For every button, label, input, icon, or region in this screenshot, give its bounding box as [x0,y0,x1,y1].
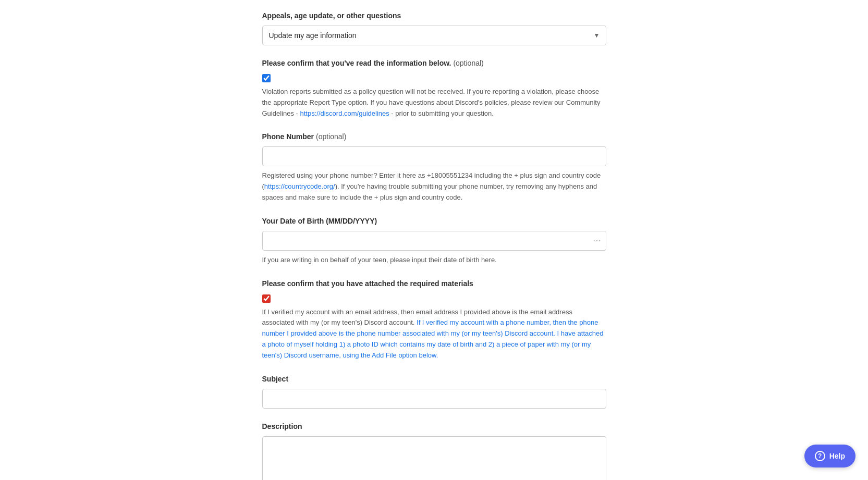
subject-section: Subject [262,374,606,409]
help-button[interactable]: ? Help [804,445,855,467]
help-icon: ? [815,451,825,461]
appeals-dropdown[interactable]: Update my age informationAppeal a banOth… [262,26,606,45]
phone-label: Phone Number (optional) [262,131,606,142]
confirm-read-section: Please confirm that you've read the info… [262,58,606,119]
confirm-read-checkbox-row [262,73,606,82]
confirm-read-checkbox[interactable] [262,74,271,82]
countrycode-link[interactable]: https://countrycode.org/ [264,182,335,190]
confirm-materials-info: If I verified my account with an email a… [262,307,606,361]
dob-input-wrapper: ⋯ [262,231,606,251]
guidelines-link[interactable]: https://discord.com/guidelines [300,109,389,117]
dob-hint: If you are writing in on behalf of your … [262,255,606,266]
confirm-read-label: Please confirm that you've read the info… [262,58,606,69]
confirm-materials-checkbox[interactable] [262,294,271,303]
dropdown-label: Appeals, age update, or other questions [262,10,606,21]
dropdown-section: Appeals, age update, or other questions … [262,10,606,45]
phone-input[interactable] [262,146,606,166]
confirm-materials-label: Please confirm that you have attached th… [262,278,606,289]
dob-section: Your Date of Birth (MM/DD/YYYY) ⋯ If you… [262,216,606,266]
dropdown-wrapper: Update my age informationAppeal a banOth… [262,26,606,45]
dob-input[interactable] [262,231,606,251]
phone-info: Registered using your phone number? Ente… [262,170,606,203]
confirm-materials-checkbox-row [262,293,606,303]
description-textarea[interactable] [262,436,606,480]
description-section: Description [262,421,606,480]
subject-input[interactable] [262,389,606,409]
phone-section: Phone Number (optional) Registered using… [262,131,606,203]
form-wrapper: Appeals, age update, or other questions … [252,0,617,480]
dob-label: Your Date of Birth (MM/DD/YYYY) [262,216,606,227]
confirm-materials-section: Please confirm that you have attached th… [262,278,606,361]
subject-label: Subject [262,374,606,385]
confirm-read-info: Violation reports submitted as a policy … [262,87,606,119]
description-label: Description [262,421,606,432]
